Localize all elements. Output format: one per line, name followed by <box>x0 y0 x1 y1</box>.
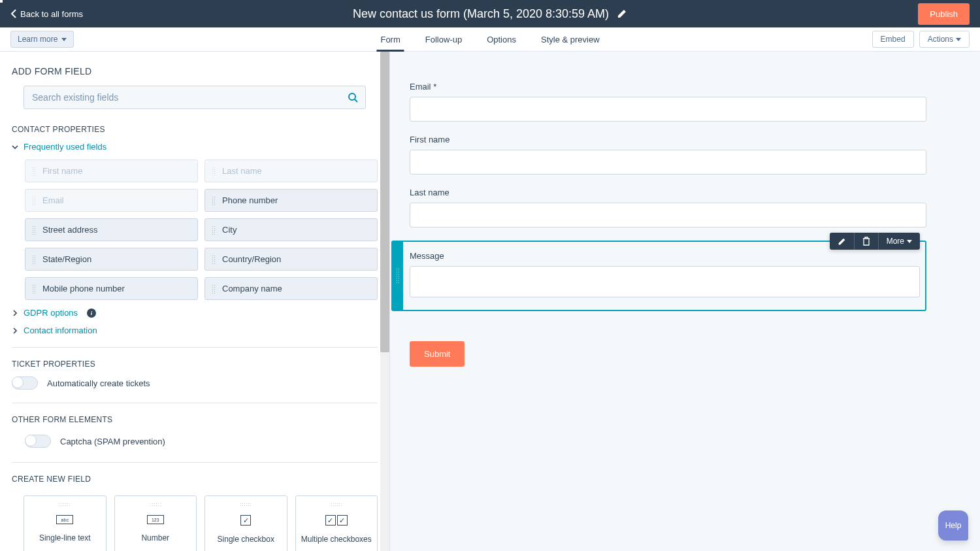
info-icon[interactable]: i <box>87 309 96 318</box>
scrollbar-thumb[interactable] <box>380 52 389 352</box>
back-to-forms-link[interactable]: Back to all forms <box>0 9 83 19</box>
publish-button[interactable]: Publish <box>918 3 970 25</box>
pencil-icon <box>838 237 846 246</box>
field-street-address[interactable]: Street address <box>25 218 198 241</box>
field-email: Email <box>25 189 198 212</box>
ticket-properties-heading: TICKET PROPERTIES <box>12 359 378 369</box>
create-grid: abc Single-line text 123 Number ✓ Single… <box>12 495 378 551</box>
field-label: Email <box>42 195 64 205</box>
tab-style-preview[interactable]: Style & preview <box>541 27 600 51</box>
drag-handle-icon <box>32 225 36 235</box>
form-field-first-name[interactable]: First name <box>410 135 926 175</box>
search-input[interactable] <box>24 86 366 109</box>
drag-handle-icon <box>212 284 216 293</box>
field-label-message: Message <box>410 251 920 261</box>
field-label: Mobile phone number <box>42 284 125 293</box>
add-field-heading: ADD FORM FIELD <box>12 66 378 76</box>
field-city[interactable]: City <box>204 218 378 241</box>
field-label: Phone number <box>222 195 278 205</box>
actions-label: Actions <box>928 35 953 44</box>
form-field-email[interactable]: Email * <box>410 82 926 122</box>
form-field-message-selected[interactable]: More Message <box>391 241 926 311</box>
auto-tickets-row: Automatically create tickets <box>12 376 378 390</box>
drag-handle-icon <box>240 503 252 506</box>
create-number[interactable]: 123 Number <box>114 495 197 551</box>
field-label: Last name <box>222 166 262 176</box>
field-country-region[interactable]: Country/Region <box>204 248 378 271</box>
caret-down-icon <box>61 38 67 41</box>
form-field-last-name[interactable]: Last name <box>410 188 926 227</box>
last-name-input[interactable] <box>410 203 926 227</box>
contact-info-label: Contact information <box>24 326 97 335</box>
first-name-input[interactable] <box>410 150 926 175</box>
create-single-checkbox[interactable]: ✓ Single checkbox <box>204 495 287 551</box>
actions-button[interactable]: Actions <box>919 31 970 48</box>
captcha-toggle[interactable] <box>25 435 51 448</box>
caret-down-icon <box>907 240 912 243</box>
sidebar: ADD FORM FIELD CONTACT PROPERTIES Freque… <box>0 52 389 551</box>
more-label: More <box>887 237 904 246</box>
selected-drag-handle[interactable] <box>393 242 403 310</box>
contact-properties-heading: CONTACT PROPERTIES <box>12 125 378 134</box>
create-single-line-text[interactable]: abc Single-line text <box>24 495 106 551</box>
chevron-right-icon <box>12 310 18 316</box>
top-bar: Back to all forms New contact us form (M… <box>0 0 980 27</box>
captcha-row: Captcha (SPAM prevention) <box>12 435 378 448</box>
chevron-down-icon <box>12 144 18 150</box>
selected-toolbar: More <box>830 233 920 250</box>
tabs: Form Follow-up Options Style & preview <box>380 27 599 51</box>
create-label: Number <box>141 533 169 543</box>
field-state-region[interactable]: State/Region <box>25 248 198 271</box>
other-elements-heading: OTHER FORM ELEMENTS <box>12 415 378 424</box>
create-label: Multiple checkboxes <box>301 535 372 544</box>
submit-button[interactable]: Submit <box>410 341 465 367</box>
delete-field-button[interactable] <box>855 233 879 250</box>
form-preview: Email * First name Last name <box>390 52 980 386</box>
edit-field-button[interactable] <box>830 233 855 250</box>
drag-handle-icon <box>150 503 161 506</box>
auto-tickets-label: Automatically create tickets <box>47 378 150 388</box>
back-label: Back to all forms <box>20 9 83 19</box>
message-textarea[interactable] <box>410 266 920 297</box>
frequently-used-toggle[interactable]: Frequently used fields <box>12 142 378 152</box>
corner-dot <box>0 0 3 3</box>
svg-line-1 <box>355 99 357 102</box>
embed-button[interactable]: Embed <box>872 31 914 48</box>
field-label: State/Region <box>42 254 91 264</box>
divider <box>12 347 378 348</box>
learn-more-button[interactable]: Learn more <box>10 31 74 48</box>
auto-tickets-toggle[interactable] <box>12 376 38 390</box>
canvas: Email * First name Last name <box>389 52 980 551</box>
pencil-icon[interactable] <box>617 8 627 19</box>
field-label: Country/Region <box>222 254 281 264</box>
divider <box>12 403 378 403</box>
create-new-field-heading: CREATE NEW FIELD <box>12 475 378 484</box>
drag-handle-icon <box>212 196 216 205</box>
create-label: Single-line text <box>39 533 91 543</box>
drag-handle-icon <box>212 225 216 235</box>
search-icon[interactable] <box>348 92 358 103</box>
tab-form[interactable]: Form <box>380 27 400 51</box>
tab-options[interactable]: Options <box>487 27 516 51</box>
divider <box>12 462 378 463</box>
tab-follow-up[interactable]: Follow-up <box>425 27 462 51</box>
field-label-first-name: First name <box>410 135 926 144</box>
svg-point-0 <box>349 93 355 100</box>
field-label: Street address <box>42 225 98 235</box>
help-button[interactable]: Help <box>938 510 968 541</box>
drag-handle-icon <box>331 503 342 506</box>
field-mobile-phone[interactable]: Mobile phone number <box>25 277 198 300</box>
gdpr-options-toggle[interactable]: GDPR options i <box>12 308 378 318</box>
create-multiple-checkboxes[interactable]: ✓✓ Multiple checkboxes <box>295 495 378 551</box>
more-button[interactable]: More <box>879 233 920 250</box>
chevron-right-icon <box>12 327 18 334</box>
field-label-email: Email * <box>410 82 926 92</box>
field-grid: First name Last name Email Phone number … <box>12 159 378 300</box>
email-input[interactable] <box>410 97 926 122</box>
right-buttons: Embed Actions <box>872 31 970 48</box>
contact-information-toggle[interactable]: Contact information <box>12 326 378 335</box>
field-phone-number[interactable]: Phone number <box>204 189 378 212</box>
field-first-name: First name <box>25 159 198 182</box>
main: ADD FORM FIELD CONTACT PROPERTIES Freque… <box>0 52 980 551</box>
field-company-name[interactable]: Company name <box>204 277 378 300</box>
